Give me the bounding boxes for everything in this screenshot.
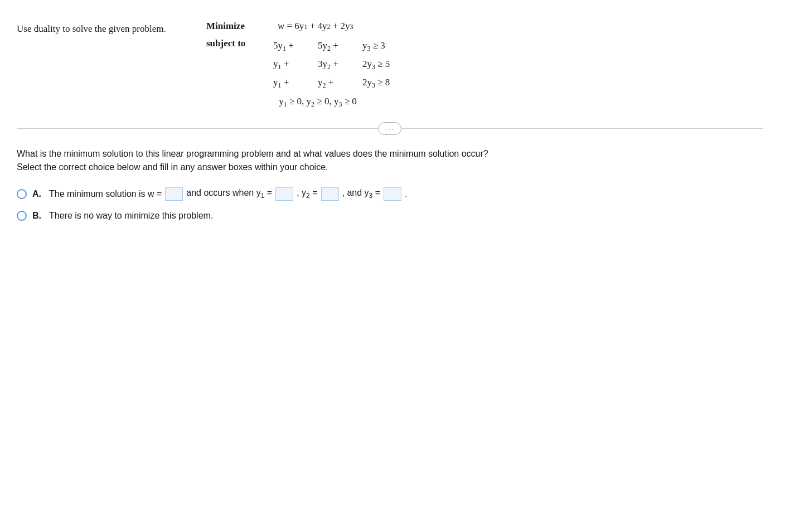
constraint-row-2: y1 + 3y2 + 2y3 ≥ 5 — [273, 55, 407, 74]
subject-to-label: subject to — [206, 37, 273, 49]
c1-col3: y3 ≥ 3 — [362, 37, 407, 55]
answer-y1[interactable] — [275, 187, 293, 201]
choice-a-text-2: and occurs when y1 = — [186, 188, 272, 200]
choice-a-label: A. — [32, 189, 41, 199]
top-section: Use duality to solve the given problem. … — [17, 17, 763, 111]
choice-b-text: There is no way to minimize this problem… — [49, 211, 213, 221]
c2-col3: 2y3 ≥ 5 — [362, 55, 407, 74]
constraint-row-1: 5y1 + 5y2 + y3 ≥ 3 — [273, 37, 407, 55]
minimize-row: Minimize w = 6y1 + 4y2 + 2y3 — [206, 17, 407, 36]
answer-y3[interactable] — [384, 187, 401, 201]
c3-col1: y1 + — [273, 74, 318, 92]
c3-col3: 2y3 ≥ 8 — [362, 74, 407, 92]
expand-button[interactable]: ··· — [378, 122, 402, 135]
answer-y2[interactable] — [321, 187, 339, 201]
question-text: What is the minimum solution to this lin… — [17, 147, 763, 174]
c1-col2: 5y2 + — [318, 37, 362, 55]
answer-w[interactable] — [165, 187, 183, 201]
choice-b-label: B. — [32, 211, 41, 221]
divider-container: ··· — [17, 122, 763, 135]
choices-container: A. The minimum solution is w = and occur… — [17, 187, 763, 221]
objective-function: w = 6y1 + 4y2 + 2y3 — [278, 17, 353, 36]
radio-b[interactable] — [17, 211, 27, 221]
choice-b-row: B. There is no way to minimize this prob… — [17, 211, 763, 221]
c3-col2: y2 + — [318, 74, 362, 92]
lp-formulation: Minimize w = 6y1 + 4y2 + 2y3 subject to … — [206, 17, 407, 111]
constraint-row-3: y1 + y2 + 2y3 ≥ 8 — [273, 74, 407, 92]
minimize-label: Minimize — [206, 17, 273, 36]
choice-a-row: A. The minimum solution is w = and occur… — [17, 187, 763, 201]
subject-to-block: subject to 5y1 + 5y2 + y3 ≥ 3 y1 + 3y2 +… — [206, 37, 407, 111]
choice-a-text: The minimum solution is w = and occurs w… — [49, 187, 408, 201]
choice-a-text-1: The minimum solution is w = — [49, 189, 162, 199]
choice-a-text-3: , y2 = — [297, 188, 317, 200]
c2-col2: 3y2 + — [318, 55, 362, 74]
constraint-row-4: y1 ≥ 0, y2 ≥ 0, y3 ≥ 0 — [273, 93, 407, 111]
problem-statement: Use duality to solve the given problem. — [17, 17, 173, 35]
radio-a[interactable] — [17, 189, 27, 199]
choice-a-text-5: . — [405, 189, 407, 199]
choice-a-text-4: , and y3 = — [342, 188, 381, 200]
constraints-block: 5y1 + 5y2 + y3 ≥ 3 y1 + 3y2 + 2y3 ≥ 5 y1… — [273, 37, 407, 111]
c1-col1: 5y1 + — [273, 37, 318, 55]
c2-col1: y1 + — [273, 55, 318, 74]
c4-nonnegativity: y1 ≥ 0, y2 ≥ 0, y3 ≥ 0 — [273, 93, 362, 111]
